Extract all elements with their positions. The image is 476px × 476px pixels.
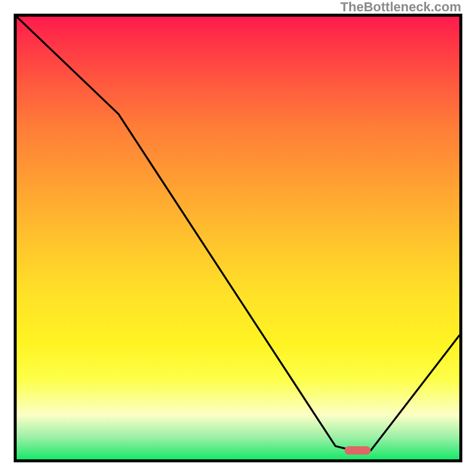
chart-frame <box>14 14 462 462</box>
watermark-text: TheBottleneck.com <box>340 0 461 15</box>
bottleneck-curve <box>17 17 459 459</box>
optimum-marker <box>345 446 371 455</box>
